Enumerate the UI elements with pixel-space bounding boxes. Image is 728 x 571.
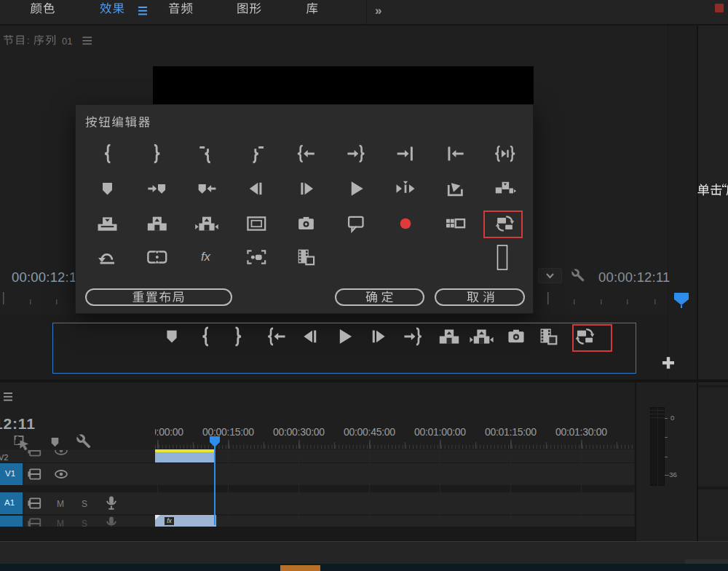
svg-text:fx: fx xyxy=(201,250,211,264)
